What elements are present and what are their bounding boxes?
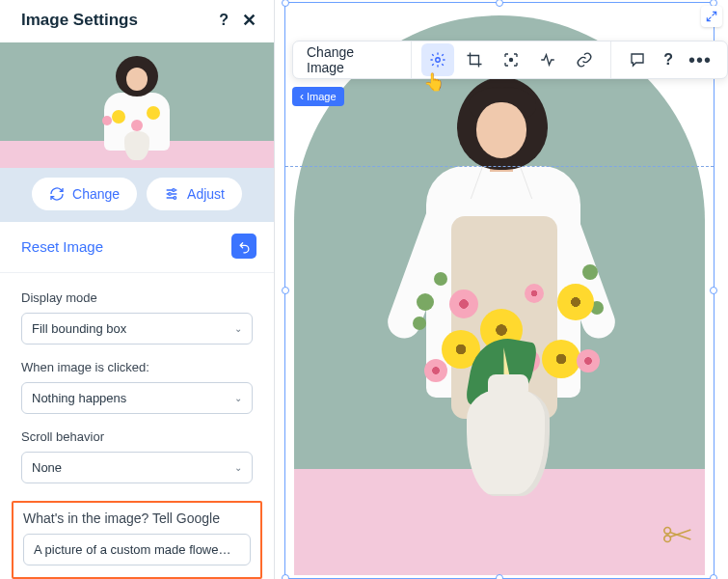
panel-title: Image Settings bbox=[21, 11, 138, 30]
display-mode-label: Display mode bbox=[21, 290, 253, 305]
settings-button[interactable] bbox=[421, 43, 454, 76]
change-button-label: Change bbox=[72, 186, 120, 202]
animation-icon bbox=[539, 51, 556, 69]
click-action-group: When image is clicked: Nothing happens ⌄ bbox=[21, 360, 253, 414]
resize-handle[interactable] bbox=[710, 574, 717, 579]
element-type-badge[interactable]: Image bbox=[292, 87, 344, 106]
help-icon[interactable]: ? bbox=[219, 12, 229, 29]
link-button[interactable] bbox=[568, 43, 601, 76]
focal-point-icon bbox=[502, 51, 520, 69]
resize-handle[interactable] bbox=[710, 287, 717, 294]
preview-thumbnail bbox=[0, 42, 274, 168]
sliders-icon bbox=[164, 186, 179, 202]
scroll-behavior-group: Scroll behavior None ⌄ bbox=[21, 429, 253, 483]
alt-text-input[interactable]: A picture of a custom made flowe… bbox=[23, 534, 251, 565]
change-button[interactable]: Change bbox=[32, 178, 137, 210]
change-image-button[interactable]: Change Image bbox=[303, 44, 401, 75]
chevron-down-icon: ⌄ bbox=[234, 462, 242, 473]
editor-canvas[interactable]: Change Image bbox=[275, 0, 728, 579]
image-selection-frame[interactable] bbox=[284, 2, 715, 579]
click-action-value: Nothing happens bbox=[32, 391, 126, 405]
image-element[interactable] bbox=[288, 6, 711, 575]
animation-button[interactable] bbox=[531, 43, 564, 76]
focal-point-button[interactable] bbox=[495, 43, 527, 76]
expand-icon bbox=[705, 10, 718, 23]
crop-icon bbox=[466, 51, 483, 69]
adjust-button-label: Adjust bbox=[187, 186, 225, 202]
undo-icon bbox=[237, 239, 252, 254]
scroll-behavior-value: None bbox=[32, 460, 62, 475]
display-mode-value: Fill bounding box bbox=[32, 321, 126, 336]
image-preview: Change Adjust bbox=[0, 42, 274, 222]
reset-image-link[interactable]: Reset Image bbox=[21, 238, 103, 255]
more-options-button[interactable]: ••• bbox=[683, 49, 717, 71]
resize-handle[interactable] bbox=[282, 574, 289, 579]
resize-handle[interactable] bbox=[496, 574, 503, 579]
expand-button[interactable] bbox=[701, 6, 722, 27]
image-arch-mask bbox=[294, 15, 705, 575]
click-action-label: When image is clicked: bbox=[21, 360, 253, 374]
floating-toolbar: Change Image bbox=[292, 41, 728, 79]
element-type-label: Image bbox=[307, 91, 337, 102]
alt-text-group-highlight: What's in the image? Tell Google A pictu… bbox=[12, 501, 262, 579]
svg-point-0 bbox=[173, 189, 175, 192]
panel-header: Image Settings ? ✕ bbox=[0, 0, 274, 42]
chevron-down-icon: ⌄ bbox=[234, 393, 242, 403]
adjust-button[interactable]: Adjust bbox=[147, 178, 242, 210]
undo-button[interactable] bbox=[231, 234, 256, 259]
display-mode-select[interactable]: Fill bounding box ⌄ bbox=[21, 313, 253, 345]
close-icon[interactable]: ✕ bbox=[242, 10, 256, 31]
crop-button[interactable] bbox=[458, 43, 491, 76]
alignment-guide bbox=[285, 166, 714, 167]
chevron-down-icon: ⌄ bbox=[234, 323, 242, 334]
scroll-behavior-label: Scroll behavior bbox=[21, 429, 253, 444]
click-action-select[interactable]: Nothing happens ⌄ bbox=[21, 382, 253, 414]
resize-handle[interactable] bbox=[282, 287, 289, 294]
toolbar-help-button[interactable]: ? bbox=[658, 51, 679, 69]
alt-text-label: What's in the image? Tell Google bbox=[23, 510, 251, 526]
gear-icon bbox=[429, 51, 446, 69]
svg-point-2 bbox=[174, 197, 176, 200]
svg-point-6 bbox=[510, 59, 513, 62]
scroll-behavior-select[interactable]: None ⌄ bbox=[21, 452, 253, 483]
comment-icon bbox=[629, 51, 646, 69]
scissors-icon bbox=[661, 525, 695, 544]
svg-point-1 bbox=[169, 193, 172, 196]
refresh-icon bbox=[49, 186, 65, 202]
link-icon bbox=[576, 51, 593, 69]
image-settings-panel: Image Settings ? ✕ bbox=[0, 0, 275, 579]
comment-button[interactable] bbox=[621, 43, 654, 76]
svg-point-5 bbox=[436, 58, 441, 63]
display-mode-group: Display mode Fill bounding box ⌄ bbox=[21, 290, 253, 345]
